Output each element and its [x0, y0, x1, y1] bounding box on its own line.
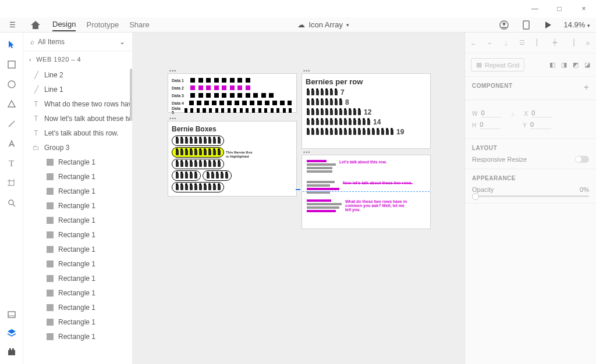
tool-rail: T [0, 33, 23, 364]
layer-item[interactable]: Rectangle 1 [23, 286, 132, 300]
main-menu-icon[interactable]: ☰ [6, 19, 19, 31]
select-tool[interactable] [5, 38, 18, 51]
annotation-1: Let's talk about this row. [339, 160, 387, 173]
layer-item[interactable]: Rectangle 1 [23, 315, 132, 329]
device-preview-icon[interactable] [520, 19, 533, 31]
opacity-value: 0% [580, 186, 589, 193]
repeat-grid-button[interactable]: ▦ Repeat Grid [471, 58, 524, 72]
align-top-icon[interactable]: ⫠ [469, 39, 478, 47]
bernie-boxes-title: Bernie Boxes [172, 125, 293, 133]
artboard-menu-icon[interactable]: ••• [303, 149, 310, 155]
align-hmid-icon[interactable]: ┿ [551, 39, 560, 47]
svg-rect-2 [523, 21, 529, 29]
lock-aspect-icon[interactable]: ⟂ [509, 109, 517, 117]
artboard-bernies-per-row[interactable]: ••• Bernies per row 78121419 [301, 73, 431, 149]
align-bottom-icon[interactable]: ⟂ [501, 39, 510, 47]
tab-share[interactable]: Share [129, 19, 150, 31]
artboard-bernie-boxes[interactable]: ••• Bernie Boxes This Bernie Boxis Highl… [168, 121, 297, 197]
bool-sub-icon[interactable]: ◨ [561, 61, 567, 69]
document-title[interactable]: ☁ Icon Array ▾ [150, 20, 498, 29]
all-items-dropdown[interactable]: ⌕ All Items ⌄ [23, 33, 132, 51]
zoom-tool[interactable] [5, 197, 18, 209]
line-tool[interactable] [5, 117, 18, 130]
align-right-icon[interactable]: ▕ [567, 39, 576, 47]
layer-item[interactable]: Rectangle 1 [23, 198, 132, 213]
opacity-slider[interactable] [472, 195, 589, 197]
artboard-menu-icon[interactable]: ••• [169, 116, 176, 122]
artboard-icon-array[interactable]: ••• Data 1Data 2Data 3Data 4Data 5 [168, 73, 297, 113]
align-row: ⫠ ⫟ ⟂ ☲ ▏ ┿ ▕ ≡ [465, 33, 596, 53]
layer-item[interactable]: Rectangle 1 [23, 169, 132, 184]
y-field[interactable]: 0 [530, 121, 551, 129]
svg-rect-15 [8, 350, 15, 355]
layer-item[interactable]: Rectangle 1 [23, 184, 132, 198]
artboard-tool[interactable] [5, 177, 18, 190]
breadcrumb-label: WEB 1920 – 4 [36, 56, 81, 63]
layer-item[interactable]: TLet's talk about this row. [23, 126, 132, 140]
layer-item[interactable]: ╱Line 1 [23, 82, 132, 97]
svg-rect-16 [9, 348, 11, 350]
width-field[interactable]: 0 [481, 109, 502, 117]
layer-item[interactable]: Rectangle 1 [23, 329, 132, 344]
chevron-down-icon: ⌄ [119, 38, 125, 46]
svg-point-1 [502, 22, 505, 25]
align-vdist-icon[interactable]: ☲ [517, 39, 527, 47]
back-chevron-icon[interactable]: ‹ [29, 56, 31, 63]
ellipse-tool[interactable] [5, 78, 18, 91]
text-tool[interactable]: T [5, 157, 18, 170]
svg-line-5 [9, 121, 15, 127]
scrollbar[interactable] [130, 69, 132, 121]
bool-int-icon[interactable]: ◩ [573, 61, 579, 69]
svg-point-11 [9, 200, 13, 205]
window-maximize[interactable]: □ [547, 0, 572, 17]
height-field[interactable]: 0 [480, 121, 501, 129]
all-items-label: All Items [38, 38, 65, 46]
artboard-menu-icon[interactable]: ••• [303, 68, 310, 74]
search-icon: ⌕ [30, 38, 34, 46]
play-icon[interactable] [542, 19, 555, 31]
rectangle-tool[interactable] [5, 58, 18, 71]
layer-item[interactable]: TWhat do these two rows have in… [23, 97, 132, 111]
layer-item[interactable]: Rectangle 1 [23, 242, 132, 256]
window-close[interactable]: × [572, 0, 596, 17]
home-icon[interactable] [29, 19, 42, 31]
artboard-text-rows[interactable]: ••• Let's talk about this row. Now let's… [301, 155, 431, 229]
layer-item[interactable]: Rectangle 1 [23, 227, 132, 242]
bernies-title: Bernies per row [306, 77, 427, 86]
opacity-label: Opacity [472, 186, 494, 193]
assets-panel-icon[interactable] [5, 308, 18, 321]
canvas[interactable]: ••• Data 1Data 2Data 3Data 4Data 5 ••• B… [133, 33, 464, 364]
add-component-icon[interactable]: + [584, 83, 589, 92]
window-minimize[interactable]: — [523, 0, 547, 17]
layer-item[interactable]: TNow let's talk about these two ro… [23, 111, 132, 126]
layer-item[interactable]: Rectangle 1 [23, 155, 132, 169]
plugins-panel-icon[interactable] [5, 345, 18, 358]
doc-name-label: Icon Array [308, 20, 343, 29]
responsive-toggle[interactable] [575, 156, 589, 163]
align-left-icon[interactable]: ▏ [534, 39, 544, 47]
align-vmid-icon[interactable]: ⫟ [485, 39, 494, 47]
x-field[interactable]: 0 [531, 109, 552, 117]
layer-item[interactable]: Rectangle 1 [23, 256, 132, 271]
bool-add-icon[interactable]: ◧ [549, 61, 555, 69]
layer-item[interactable]: Rectangle 1 [23, 271, 132, 286]
component-heading: COMPONENT [472, 83, 513, 89]
artboard-menu-icon[interactable]: ••• [169, 68, 176, 74]
cloud-icon: ☁ [297, 20, 305, 29]
svg-rect-13 [8, 312, 15, 317]
tab-design[interactable]: Design [52, 18, 76, 31]
layers-panel-icon[interactable] [5, 327, 18, 340]
align-hdist-icon[interactable]: ≡ [583, 39, 593, 47]
zoom-level[interactable]: 14.9% ▾ [564, 20, 591, 29]
bool-exc-icon[interactable]: ◪ [584, 61, 590, 69]
polygon-tool[interactable] [5, 98, 18, 110]
tab-prototype[interactable]: Prototype [86, 19, 119, 31]
layer-item[interactable]: ╱Line 2 [23, 67, 132, 82]
profile-icon[interactable] [498, 19, 510, 31]
layer-item[interactable]: Rectangle 1 [23, 300, 132, 315]
selection-handle[interactable] [295, 188, 301, 191]
pen-tool[interactable] [5, 137, 18, 150]
layer-item[interactable]: 🗀Group 3 [23, 140, 132, 155]
breadcrumb[interactable]: ‹ WEB 1920 – 4 [23, 51, 132, 67]
layer-item[interactable]: Rectangle 1 [23, 213, 132, 227]
